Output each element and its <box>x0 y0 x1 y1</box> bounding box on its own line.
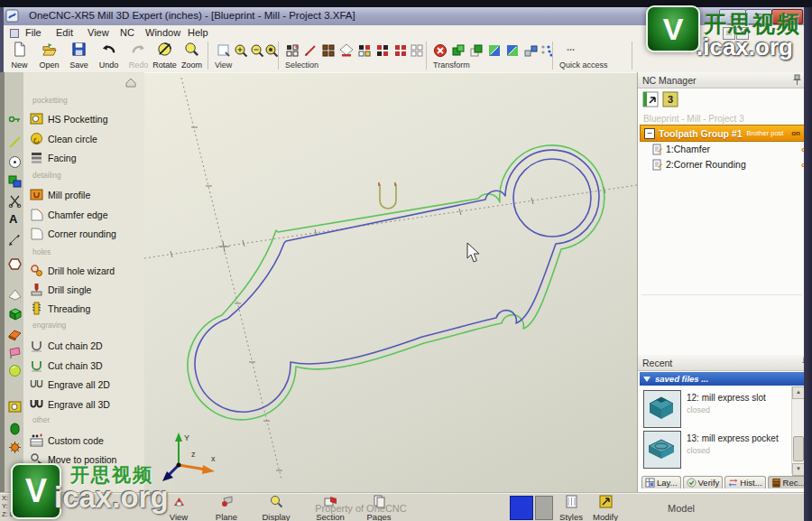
open-button[interactable]: Open <box>34 42 64 70</box>
select-none-icon[interactable] <box>410 43 424 58</box>
sidebar-item-move-to-position[interactable]: Move to position <box>30 451 142 467</box>
sidebar-item-engrave-all-2d[interactable]: Engrave all 2D <box>30 377 142 392</box>
surface-flag-icon[interactable] <box>8 346 22 359</box>
select-solid-icon[interactable] <box>321 43 336 58</box>
select-type-icon[interactable] <box>357 43 372 58</box>
tab-layers[interactable]: Lay... <box>641 476 681 488</box>
solid-wedge-icon[interactable] <box>8 287 22 301</box>
zoom-button[interactable]: Zoom <box>177 42 207 70</box>
sidebar-item-custom-code[interactable]: Custom code <box>30 433 142 448</box>
capsule-icon[interactable] <box>8 422 22 435</box>
transform-mirror2-icon[interactable] <box>505 43 520 58</box>
file-name[interactable]: 13: mill express pocket <box>687 433 779 443</box>
close-button[interactable]: × <box>771 9 803 24</box>
zoom-all-icon[interactable] <box>264 43 279 58</box>
zoom-window-icon[interactable] <box>217 43 231 58</box>
file-thumbnail[interactable] <box>643 390 681 428</box>
sidebar-item-hs-pocketting[interactable]: HS Pocketting <box>30 111 142 126</box>
polygon-icon[interactable] <box>8 257 22 271</box>
gear-icon[interactable] <box>8 441 22 454</box>
scrollbar-thumb[interactable] <box>793 436 804 461</box>
transform-mirror-icon[interactable] <box>487 43 502 58</box>
drill-single-icon <box>30 283 43 296</box>
sidebar-item-chamfer-edge[interactable]: Chamfer edge <box>30 207 142 222</box>
sidebar-item-clean-circle[interactable]: Clean circle <box>30 131 142 146</box>
file-thumbnail[interactable] <box>643 431 681 469</box>
menu-view[interactable]: View <box>84 25 113 40</box>
tab-verify[interactable]: Verify <box>683 476 724 488</box>
sidebar-item-mill-profile[interactable]: Mill profile <box>30 187 142 202</box>
select-pen-icon[interactable] <box>303 43 318 58</box>
new-button[interactable]: New <box>5 42 34 70</box>
menu-help[interactable]: Help <box>184 25 212 40</box>
sidebar-item-drill-single[interactable]: Drill single <box>30 282 142 297</box>
zoom-out-icon[interactable] <box>250 43 264 58</box>
menu-file[interactable]: File <box>22 25 45 40</box>
item-label: Drill hole wizard <box>48 265 115 276</box>
sidebar-item-drill-hole-wizard[interactable]: Drill hole wizard <box>30 263 142 278</box>
save-button[interactable]: Save <box>64 42 94 70</box>
quick-access-dots[interactable]: ... <box>567 42 575 52</box>
nc-order-icon[interactable]: 3 <box>662 91 678 107</box>
line-icon[interactable] <box>8 135 22 149</box>
mdi-system-icon[interactable] <box>10 29 19 38</box>
maximize-button[interactable]: □ <box>745 9 772 24</box>
toolpath-item-corner-rounding[interactable]: 2:Corner Rounding on <box>640 157 812 172</box>
text-tool-icon[interactable]: A <box>9 212 17 226</box>
file-name[interactable]: 12: mill express slot <box>687 393 766 403</box>
home-icon[interactable] <box>125 76 137 88</box>
styles-button[interactable]: Styles <box>553 495 589 521</box>
menu-window[interactable]: Window <box>142 25 184 40</box>
toolpath-item-chamfer[interactable]: 1:Chamfer on <box>640 142 812 156</box>
key-icon[interactable] <box>8 113 22 126</box>
transform-copy-icon[interactable] <box>451 43 466 58</box>
sidebar-item-facing[interactable]: Facing <box>30 150 142 165</box>
layers-icon[interactable] <box>8 174 22 188</box>
recent-scrollbar[interactable]: ▲ ▼ <box>791 386 805 474</box>
sidebar-item-engrave-all-3d[interactable]: Engrave all 3D <box>30 396 142 412</box>
expander-icon[interactable]: – <box>644 128 655 139</box>
sidebar-item-cut-chain-3d[interactable]: Cut chain 3D <box>30 358 142 373</box>
sidebar-item-cut-chain-2d[interactable]: Cut chain 2D <box>30 338 142 353</box>
mdi-close-button[interactable]: × <box>736 27 749 40</box>
transform-cancel-icon[interactable] <box>433 43 448 58</box>
tab-recent[interactable]: Rec... <box>768 476 809 488</box>
dimension-icon[interactable] <box>8 233 22 247</box>
rotate-button[interactable]: Rotate <box>150 42 180 70</box>
box-hole-icon[interactable] <box>8 400 22 414</box>
saved-files-bar[interactable]: saved files ... <box>640 372 807 386</box>
active-color-swatch[interactable] <box>510 496 533 520</box>
menu-nc[interactable]: NC <box>116 25 138 40</box>
minimize-button[interactable]: – <box>719 9 746 24</box>
view-button[interactable]: View <box>155 495 202 521</box>
pin-icon[interactable] <box>793 74 801 86</box>
circle-point-icon[interactable] <box>8 155 22 169</box>
scroll-down-button[interactable]: ▼ <box>792 463 805 476</box>
solid-chamfer-icon[interactable] <box>8 327 22 340</box>
solid-cube-icon[interactable] <box>8 307 22 321</box>
secondary-color-swatch[interactable] <box>535 496 553 520</box>
plane-button[interactable]: Plane <box>203 495 250 521</box>
drawing-canvas[interactable]: Y z x <box>144 72 637 493</box>
toolpath-group-row[interactable]: – Toolpath Group #1 Brother post on <box>640 125 805 142</box>
sidebar-item-threading[interactable]: Threading <box>30 301 142 316</box>
scroll-up-button[interactable]: ▲ <box>792 386 805 399</box>
modify-button[interactable]: Modify <box>586 495 624 521</box>
toolpath-group-state[interactable]: on <box>791 129 800 137</box>
transform-move-icon[interactable] <box>469 43 484 58</box>
transform-scale-icon[interactable] <box>523 43 538 58</box>
select-add-icon[interactable] <box>285 43 300 58</box>
menu-edit[interactable]: Edit <box>52 25 77 40</box>
scissors-icon[interactable] <box>8 194 22 208</box>
mdi-restore-button[interactable]: □ <box>723 27 735 40</box>
select-all-icon[interactable] <box>393 43 408 58</box>
sidebar-item-corner-rounding[interactable]: Corner rounding <box>30 226 142 241</box>
menu-bar: File Edit View NC Window Help □ × <box>0 25 812 41</box>
select-invert-icon[interactable] <box>375 43 390 58</box>
sphere-icon[interactable] <box>8 364 22 377</box>
undo-button[interactable]: Undo <box>94 42 124 70</box>
zoom-in-icon[interactable] <box>234 43 248 58</box>
select-layer-icon[interactable] <box>339 43 354 58</box>
nc-new-group-icon[interactable] <box>642 91 659 107</box>
tab-history[interactable]: Hist... <box>724 476 765 488</box>
